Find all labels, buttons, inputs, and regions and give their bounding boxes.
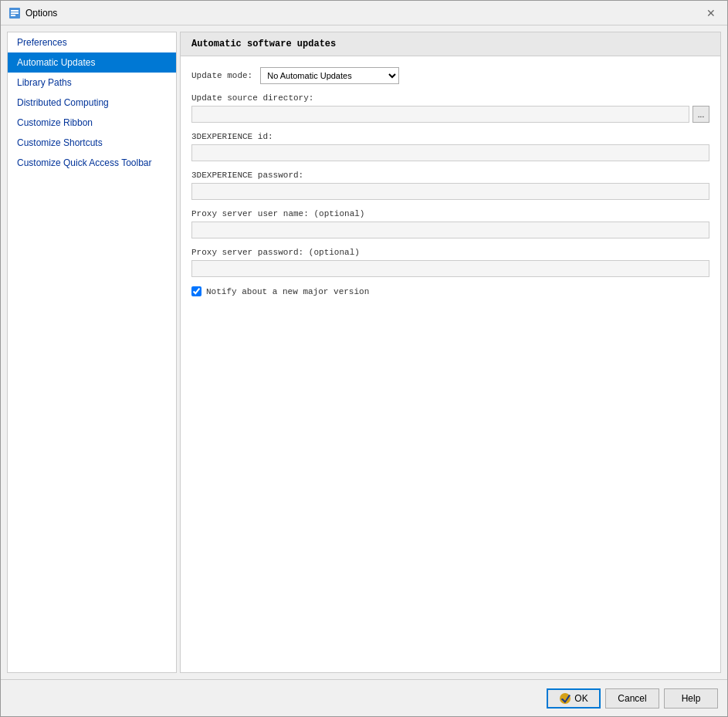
source-directory-row: ... [191,106,709,123]
content-body: Update mode: No Automatic Updates Notify… [181,56,720,672]
sidebar-item-customize-quick-access-toolbar[interactable]: Customize Quick Access Toolbar [8,153,176,173]
experience-password-row [191,183,709,200]
svg-rect-2 [11,12,19,14]
proxy-password-row [191,260,709,277]
svg-rect-1 [11,10,19,12]
dialog-icon [8,7,21,19]
source-directory-input[interactable] [191,106,689,123]
proxy-password-input[interactable] [191,260,709,277]
content-area: Automatic software updates Update mode: … [180,32,721,673]
ok-icon [559,692,571,705]
cancel-button[interactable]: Cancel [605,688,659,709]
dialog-footer: OK Cancel Help [1,679,727,716]
source-directory-group: Update source directory: ... [191,93,709,123]
experience-password-label: 3DEXPERIENCE password: [191,171,709,180]
proxy-password-group: Proxy server password: (optional) [191,248,709,277]
close-button[interactable]: ✕ [703,5,720,22]
help-button[interactable]: Help [664,688,718,709]
browse-button[interactable]: ... [692,106,709,123]
help-label: Help [682,693,701,704]
proxy-username-label: Proxy server user name: (optional) [191,209,709,218]
svg-rect-3 [11,15,15,16]
source-directory-label: Update source directory: [191,93,709,103]
update-mode-row: Update mode: No Automatic Updates Notify… [191,67,709,84]
proxy-username-row [191,222,709,238]
experience-id-group: 3DEXPERIENCE id: [191,132,709,161]
dialog-title: Options [25,8,703,19]
sidebar-item-preferences[interactable]: Preferences [8,32,176,52]
proxy-username-group: Proxy server user name: (optional) [191,209,709,238]
sidebar-item-automatic-updates[interactable]: Automatic Updates [8,52,176,73]
experience-id-input[interactable] [191,144,709,161]
cancel-label: Cancel [618,693,646,704]
proxy-username-input[interactable] [191,222,709,238]
notify-checkbox[interactable] [191,286,201,296]
notify-checkbox-row: Notify about a new major version [191,286,709,296]
experience-id-row [191,144,709,161]
ok-button[interactable]: OK [547,688,601,709]
sidebar-item-distributed-computing[interactable]: Distributed Computing [8,93,176,113]
sidebar-item-customize-ribbon[interactable]: Customize Ribbon [8,113,176,133]
update-mode-select[interactable]: No Automatic Updates Notify and Download… [260,67,399,84]
sidebar: Preferences Automatic Updates Library Pa… [7,32,177,673]
notify-checkbox-label: Notify about a new major version [206,287,369,296]
proxy-password-label: Proxy server password: (optional) [191,248,709,257]
options-dialog: Options ✕ Preferences Automatic Updates … [0,0,728,717]
content-header: Automatic software updates [181,32,720,56]
experience-id-label: 3DEXPERIENCE id: [191,132,709,141]
experience-password-group: 3DEXPERIENCE password: [191,171,709,200]
title-bar: Options ✕ [1,1,727,25]
sidebar-item-library-paths[interactable]: Library Paths [8,73,176,93]
ok-label: OK [574,693,587,704]
sidebar-item-customize-shortcuts[interactable]: Customize Shortcuts [8,133,176,153]
experience-password-input[interactable] [191,183,709,200]
update-mode-label: Update mode: [191,71,252,80]
dialog-body: Preferences Automatic Updates Library Pa… [1,25,727,679]
